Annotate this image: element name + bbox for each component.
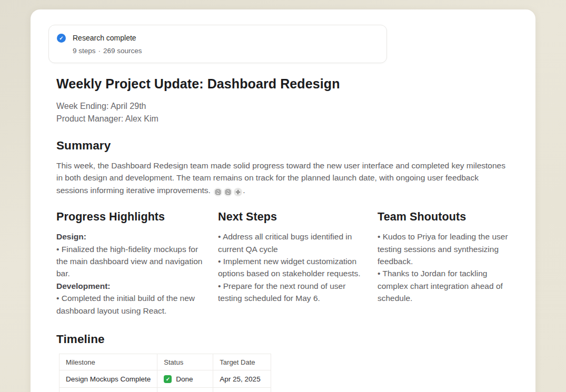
research-sources-count: 269 sources <box>103 47 142 55</box>
bullet-item: • Finalized the high-fidelity mockups fo… <box>56 243 205 280</box>
development-label: Development: <box>56 280 205 292</box>
research-complete-check-icon: ✓ <box>57 34 66 43</box>
document-card: ✓ Research complete 9 steps·269 sources … <box>31 9 535 392</box>
bullet-item: • Kudos to Priya for leading the user te… <box>378 230 510 267</box>
table-cell-status: ✓Done <box>157 370 213 388</box>
next-steps-body: • Address all critical bugs identified i… <box>218 230 365 304</box>
target-date-column-header: Target Date <box>213 354 271 370</box>
milestone-column-header: Milestone <box>59 354 157 370</box>
status-label: Done <box>176 375 193 383</box>
table-cell-milestone: Initial Dev Build <box>59 388 157 392</box>
column-next-steps: Next Steps • Address all critical bugs i… <box>218 210 365 317</box>
status-column-header: Status <box>157 354 213 370</box>
summary-text: This week, the Dashboard Redesign team m… <box>56 161 505 195</box>
team-shoutouts-heading: Team Shoutouts <box>378 210 510 224</box>
page-background: ✓ Research complete 9 steps·269 sources … <box>0 0 566 392</box>
table-cell-milestone: Design Mockups Complete <box>59 370 157 388</box>
progress-highlights-heading: Progress Highlights <box>56 210 205 224</box>
table-cell-date: Apr 28, 2025 <box>213 388 271 392</box>
columns-section: Progress Highlights Design: • Finalized … <box>56 210 510 317</box>
summary-suffix: . <box>243 186 245 195</box>
research-status-card[interactable]: ✓ Research complete 9 steps·269 sources <box>48 25 387 63</box>
done-checkbox-icon: ✓ <box>164 375 172 383</box>
research-steps-count: 9 steps <box>73 47 96 55</box>
document-content: ✓ Research complete 9 steps·269 sources … <box>31 9 535 392</box>
bullet-item: • Address all critical bugs identified i… <box>218 230 365 255</box>
summary-paragraph: This week, the Dashboard Redesign team m… <box>56 159 510 196</box>
document-meta: Week Ending: April 29th Product Manager:… <box>56 100 510 125</box>
bullet-item: • Prepare for the next round of user tes… <box>218 280 365 305</box>
page-title: Weekly Project Update: Dashboard Redesig… <box>56 76 510 92</box>
research-status-meta: 9 steps·269 sources <box>73 47 142 55</box>
timeline-table: Milestone Status Target Date Design Mock… <box>59 354 271 392</box>
next-steps-heading: Next Steps <box>218 210 365 224</box>
product-manager-line: Product Manager: Alex Kim <box>56 113 510 125</box>
bullet-item: • Thanks to Jordan for tackling complex … <box>378 267 510 304</box>
bullet-item: • Implement new widget customization opt… <box>218 255 365 280</box>
week-ending-line: Week Ending: April 29th <box>56 100 510 113</box>
column-team-shoutouts: Team Shoutouts • Kudos to Priya for lead… <box>378 210 510 317</box>
column-progress-highlights: Progress Highlights Design: • Finalized … <box>56 210 205 317</box>
table-cell-date: Apr 25, 2025 <box>213 370 271 388</box>
research-status-text: Research complete 9 steps·269 sources <box>73 33 142 55</box>
summary-heading: Summary <box>56 139 510 153</box>
table-row: Design Mockups Complete ✓Done Apr 25, 20… <box>59 370 271 388</box>
bullet-item: • Completed the initial build of the new… <box>56 292 205 317</box>
team-shoutouts-body: • Kudos to Priya for leading the user te… <box>378 230 510 304</box>
meta-separator: · <box>98 47 101 55</box>
table-row: Initial Dev Build ✓Done Apr 28, 2025 <box>59 388 271 392</box>
notion-citation-icon[interactable] <box>214 188 222 196</box>
slack-citation-icon[interactable] <box>234 188 242 196</box>
table-cell-status: ✓Done <box>157 388 213 392</box>
research-status-title: Research complete <box>73 33 142 43</box>
timeline-heading: Timeline <box>56 333 510 346</box>
notion-citation-icon[interactable] <box>224 188 232 196</box>
progress-highlights-body: Design: • Finalized the high-fidelity mo… <box>56 230 205 317</box>
table-header-row: Milestone Status Target Date <box>59 354 271 370</box>
design-label: Design: <box>56 230 205 243</box>
